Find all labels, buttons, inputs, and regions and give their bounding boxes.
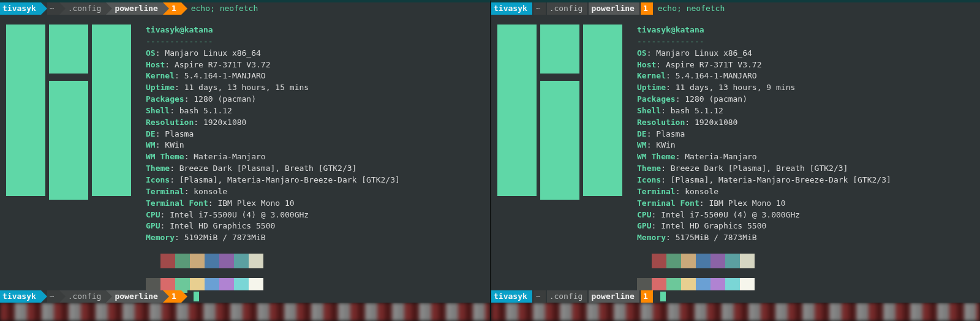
info-row-gpu: GPU: Intel HD Graphics 5500 [146,221,484,232]
prompt-seg-number: 1 [169,290,181,303]
color-palette [637,254,974,268]
color-swatch [146,254,160,268]
prompt-num-text: 1 [172,2,176,15]
prompt-seg-user: tivasyk [491,290,532,303]
info-row-theme: Theme: Breeze Dark [Plasma], Breath [GTK… [146,163,484,175]
terminal-pane-right[interactable]: tivasyk ~ .config powerline 1 echo; neof… [490,0,980,321]
prompt-seg-number: 1 [639,2,653,15]
info-row-kernel: Kernel: 5.4.164-1-MANJARO [637,70,974,82]
prompt-seg-home: ~ [47,290,59,303]
info-row-terminal: Terminal: konsole [146,186,484,198]
prompt-line-bottom[interactable]: tivasyk ~ .config powerline 1 [0,290,490,303]
info-row-os: OS: Manjaro Linux x86_64 [637,48,974,59]
info-row-packages: Packages: 1280 (pacman) [146,94,484,105]
info-row-cpu: CPU: Intel i7-5500U (4) @ 3.000GHz [146,210,484,221]
color-swatch [681,254,696,268]
color-swatch [725,254,740,268]
info-row-font: Terminal Font: IBM Plex Mono 10 [637,198,974,210]
manjaro-logo [497,25,626,196]
info-row-terminal: Terminal: konsole [637,186,974,198]
prompt-seg-user: tivasyk [0,290,41,303]
info-row-wmtheme: WM Theme: Materia-Manjaro [637,151,974,163]
prompt-line-top: tivasyk ~ .config powerline 1 echo; neof… [0,2,490,15]
info-row-uptime: Uptime: 11 days, 13 hours, 9 mins [637,82,974,94]
prompt-seg-user: tivasyk [0,2,41,15]
terminal-pane-left[interactable]: tivasyk ~ .config powerline 1 echo; neof… [0,0,490,321]
info-row-shell: Shell: bash 5.1.12 [146,105,484,117]
info-row-host: Host: Aspire R7-371T V3.72 [146,59,484,71]
arrow-icon [163,2,169,15]
neofetch-output: tivasyk@katana -------------- OS: Manjar… [0,15,490,298]
info-row-shell: Shell: bash 5.1.12 [637,105,974,117]
prompt-seg-home: ~ [47,2,59,15]
color-swatch [219,254,234,268]
prompt-seg-config: .config [66,2,107,15]
info-row-de: DE: Plasma [637,129,974,140]
color-swatch [205,254,219,268]
screen: tivasyk ~ .config powerline 1 echo; neof… [0,0,980,321]
color-palette [146,254,484,268]
system-info: tivasyk@katana -------------- OS: Manjar… [135,25,484,293]
info-row-resolution: Resolution: 1920x1080 [146,117,484,129]
desktop-gap [0,303,490,321]
prompt-seg-powerline: powerline [587,2,639,15]
info-row-gpu: GPU: Intel HD Graphics 5500 [637,221,974,232]
prompt-home-text: ~ [50,2,55,15]
prompt-seg-config: .config [546,290,588,303]
info-row-cpu: CPU: Intel i7-5500U (4) @ 3.000GHz [637,210,974,221]
color-swatch [696,254,710,268]
prompt-seg-config: .config [546,2,588,15]
info-row-memory: Memory: 5192MiB / 7873MiB [146,232,484,244]
info-row-de: DE: Plasma [146,129,484,140]
prompt-seg-home: ~ [532,2,546,15]
neofetch-output: tivasyk@katana -------------- OS: Manjar… [491,15,980,298]
info-row-kernel: Kernel: 5.4.164-1-MANJARO [146,70,484,82]
color-swatch [740,254,755,268]
prompt-line-bottom[interactable]: tivasyk ~ .config powerline 1 [491,290,980,303]
info-row-wm: WM: KWin [146,140,484,151]
cursor [660,292,666,301]
color-swatch [175,254,190,268]
command-input[interactable] [653,290,980,303]
arrow-icon [59,290,66,303]
color-swatch [190,254,205,268]
color-swatch [652,254,666,268]
system-info: tivasyk@katana -------------- OS: Manjar… [626,25,974,293]
arrow-icon [181,2,187,15]
command-text[interactable]: echo; neofetch [653,2,980,15]
info-row-packages: Packages: 1280 (pacman) [637,94,974,105]
info-row-memory: Memory: 5175MiB / 7873MiB [637,232,974,244]
color-swatch [160,254,175,268]
cursor [194,292,199,301]
color-swatch [249,254,263,268]
info-row-uptime: Uptime: 11 days, 13 hours, 15 mins [146,82,484,94]
color-swatch [666,254,681,268]
prompt-seg-number: 1 [169,2,181,15]
info-row-resolution: Resolution: 1920x1080 [637,117,974,129]
info-row-font: Terminal Font: IBM Plex Mono 10 [146,198,484,210]
color-swatch [637,254,652,268]
command-input[interactable] [187,290,490,303]
desktop-gap [491,303,980,321]
prompt-pl-text: powerline [115,2,157,15]
arrow-icon [41,290,47,303]
info-title: tivasyk@katana [146,25,484,36]
info-divider: -------------- [146,36,484,48]
command-text[interactable]: echo; neofetch [187,2,490,15]
info-title: tivasyk@katana [637,25,974,36]
arrow-icon [59,2,66,15]
arrow-icon [106,2,112,15]
info-row-wmtheme: WM Theme: Materia-Manjaro [146,151,484,163]
arrow-icon [163,290,169,303]
arrow-icon [181,290,187,303]
color-swatch [234,254,249,268]
prompt-seg-home: ~ [532,290,546,303]
info-row-os: OS: Manjaro Linux x86_64 [146,48,484,59]
color-swatch [710,254,725,268]
prompt-seg-number: 1 [639,290,653,303]
info-row-icons: Icons: [Plasma], Materia-Manjaro-Breeze-… [637,175,974,186]
prompt-seg-powerline: powerline [112,2,162,15]
prompt-user-text: tivasyk [2,2,36,15]
prompt-seg-user: tivasyk [491,2,532,15]
info-row-theme: Theme: Breeze Dark [Plasma], Breath [GTK… [637,163,974,175]
